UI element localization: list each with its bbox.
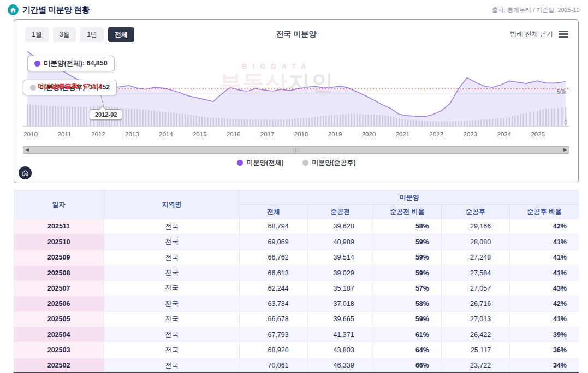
cell-after-completion: 27,057	[441, 281, 509, 296]
source-note: 출처: 통계누리 / 기준일: 2025-11	[492, 6, 579, 14]
cell-after-ratio: 43%	[510, 281, 579, 296]
header-sub-준공전: 준공전	[307, 205, 373, 219]
cell-before-ratio: 59%	[373, 265, 441, 280]
chart-toolbar: 1월3월1년전체 전국 미분양 범례 전체 닫기	[23, 26, 569, 44]
cell-date: 202506	[14, 296, 104, 311]
house-icon	[8, 4, 19, 15]
cell-date: 202510	[14, 234, 104, 250]
cell-before-ratio: 58%	[373, 219, 441, 234]
cell-before-completion: 41,371	[307, 327, 373, 342]
cell-region: 전국	[104, 265, 240, 280]
page-title: 기간별 미분양 현황	[22, 5, 90, 15]
header-sub-준공후: 준공후	[441, 205, 509, 219]
x-axis-tick: 2013	[125, 131, 139, 137]
cell-after-completion: 23,722	[441, 358, 509, 373]
gray-dot-icon	[30, 85, 36, 91]
cell-before-ratio: 59%	[373, 311, 441, 327]
scrollbar-grip-icon: |||	[293, 147, 299, 153]
cell-before-ratio: 66%	[373, 358, 441, 373]
cell-date: 202511	[14, 219, 104, 234]
y-axis-label-0: 0	[564, 119, 567, 125]
cell-before-completion: 35,187	[307, 281, 373, 296]
chart-legend: 미분양(전체)미분양(준공후)	[23, 158, 569, 167]
cell-date: 202503	[14, 342, 104, 358]
date-tooltip: 2012-02	[90, 109, 122, 120]
x-axis-tick: 2025	[531, 131, 545, 137]
cell-date: 202509	[14, 250, 104, 265]
cell-after-completion: 26,716	[441, 296, 509, 311]
purple-dot-icon	[34, 61, 40, 67]
x-axis-tick: 2021	[396, 131, 410, 137]
cell-before-completion: 43,803	[307, 342, 373, 358]
cell-before-ratio: 59%	[373, 250, 441, 265]
x-axis-tick: 2019	[328, 131, 342, 137]
scrollbar-handle[interactable]: |||	[31, 147, 561, 153]
x-axis-tick: 2017	[260, 131, 275, 137]
cell-date: 202502	[14, 358, 104, 373]
cell-region: 전국	[104, 342, 240, 358]
cell-date: 202508	[14, 265, 104, 280]
page-header: 기간별 미분양 현황 출처: 통계누리 / 기준일: 2025-11	[0, 0, 588, 19]
cell-total: 63,734	[240, 296, 307, 311]
table-row: 202510전국69,06940,98959%28,08041%	[14, 234, 579, 250]
cell-region: 전국	[104, 281, 240, 296]
tooltip-after-completion: 미분양(준공후): 31,452 미분양(준공후): 57,312	[23, 80, 117, 95]
cell-before-ratio: 61%	[373, 327, 441, 342]
cell-before-completion: 39,665	[307, 311, 373, 327]
scroll-left-arrow-icon[interactable]: ◀	[23, 147, 31, 153]
cell-after-ratio: 41%	[510, 250, 579, 265]
x-axis-tick: 2024	[497, 131, 511, 137]
brand-logo-house-icon	[19, 166, 32, 179]
cell-date: 202507	[14, 281, 104, 296]
cell-before-completion: 39,029	[307, 265, 373, 280]
cell-after-ratio: 41%	[510, 234, 579, 250]
x-axis-tick: 2010	[23, 131, 38, 137]
data-table-section: 일자 지역명 미분양 전체준공전준공전 비율준공후준공후 비율 202511전국…	[14, 190, 579, 373]
legend-dot-icon	[302, 160, 308, 166]
cell-after-completion: 28,080	[441, 234, 509, 250]
cell-before-ratio: 58%	[373, 296, 441, 311]
header-region: 지역명	[104, 190, 240, 219]
legend-close-button[interactable]: 범례 전체 닫기	[510, 29, 553, 39]
x-axis-tick: 2023	[464, 131, 478, 137]
legend-toggle-area: 범례 전체 닫기	[510, 29, 568, 39]
cell-total: 67,793	[240, 327, 307, 342]
title-wrap: 기간별 미분양 현황	[8, 4, 90, 15]
x-axis-tick: 2020	[362, 131, 376, 137]
legend-label: 미분양(준공후)	[312, 158, 356, 167]
cell-before-ratio: 59%	[373, 234, 441, 250]
cell-after-completion: 27,248	[441, 250, 509, 265]
chart-card: 1월3월1년전체 전국 미분양 범례 전체 닫기 BIGDATA 부동산지인 미…	[14, 19, 579, 183]
x-axis: 2010201120122013201420152016201720182019…	[23, 131, 569, 142]
x-axis-tick: 2011	[58, 131, 72, 137]
cell-date: 202504	[14, 327, 104, 342]
x-axis-tick: 2018	[294, 131, 308, 137]
legend-label: 미분양(전체)	[247, 158, 284, 167]
chart-plot-area[interactable]: BIGDATA 부동산지인 미분양(전체): 64,850 미분양(준공후): …	[23, 47, 569, 129]
chart-scrollbar[interactable]: ◀ ||| ▶	[23, 146, 569, 154]
cell-before-completion: 46,339	[307, 358, 373, 373]
unsold-housing-table: 일자 지역명 미분양 전체준공전준공전 비율준공후준공후 비율 202511전국…	[14, 190, 579, 373]
cell-before-completion: 39,628	[307, 219, 373, 234]
cell-before-ratio: 57%	[373, 281, 441, 296]
hamburger-icon[interactable]	[559, 31, 568, 38]
header-sub-준공전 비율: 준공전 비율	[373, 205, 441, 219]
x-axis-tick: 2016	[227, 131, 241, 137]
table-row: 202505전국66,67839,66559%27,01341%	[14, 311, 579, 327]
cell-total: 62,244	[240, 281, 307, 296]
cell-region: 전국	[104, 250, 240, 265]
cell-after-completion: 29,166	[441, 219, 509, 234]
table-row: 202504전국67,79341,37161%26,42239%	[14, 327, 579, 342]
y-axis-label-50k: 50k	[557, 88, 566, 95]
cell-total: 66,678	[240, 311, 307, 327]
legend-item[interactable]: 미분양(준공후)	[302, 158, 356, 167]
reference-line-label: 미분양(준공후): 57,312	[38, 82, 103, 91]
cell-after-ratio: 41%	[510, 311, 579, 327]
header-group-unsold: 미분양	[240, 190, 579, 205]
cell-total: 68,794	[240, 219, 307, 234]
table-row: 202508전국66,61339,02959%27,58441%	[14, 265, 579, 280]
scroll-right-arrow-icon[interactable]: ▶	[561, 147, 569, 153]
legend-item[interactable]: 미분양(전체)	[237, 158, 284, 167]
cell-after-completion: 25,117	[441, 342, 509, 358]
cell-total: 69,069	[240, 234, 307, 250]
